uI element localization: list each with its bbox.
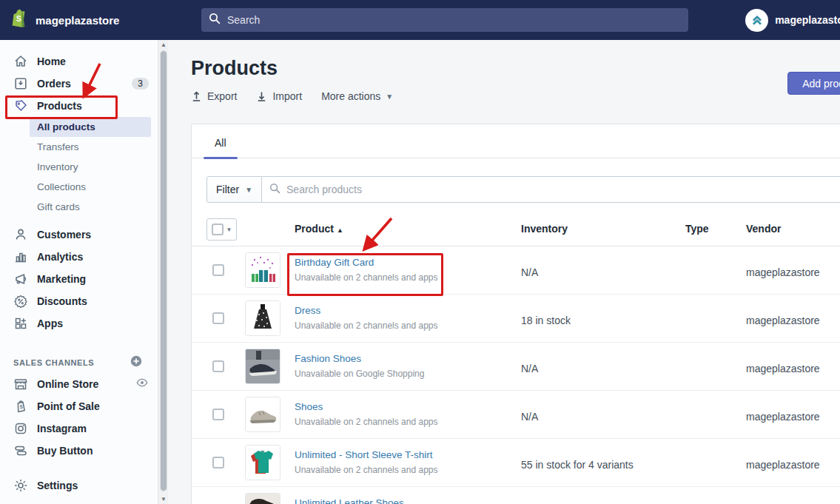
export-button[interactable]: Export xyxy=(191,90,237,102)
sidebar-subitem-transfers[interactable]: Transfers xyxy=(0,137,158,157)
search-products-input[interactable] xyxy=(286,184,840,195)
table-row[interactable]: Unlimited - Short Sleeve T-shirt Unavail… xyxy=(192,439,840,487)
sidebar-item-point-of-sale[interactable]: SPoint of Sale xyxy=(0,395,158,417)
more-actions-button[interactable]: More actions ▼ xyxy=(321,90,393,102)
sidebar-item-orders[interactable]: Orders3 xyxy=(0,73,158,95)
row-checkbox[interactable] xyxy=(212,457,224,468)
select-all-chevron-icon: ▼ xyxy=(226,226,232,233)
product-name-link[interactable]: Shoes xyxy=(295,401,323,412)
product-vendor: mageplazastore xyxy=(746,266,820,278)
sidebar-item-label: Point of Sale xyxy=(37,400,100,412)
settings-label: Settings xyxy=(37,480,78,491)
add-channel-plus-icon[interactable] xyxy=(130,355,143,371)
orders-icon xyxy=(13,76,28,91)
sidebar-item-discounts[interactable]: Discounts xyxy=(0,290,158,312)
gift-card-thumbnail xyxy=(245,252,280,288)
row-checkbox[interactable] xyxy=(212,312,224,324)
column-header-inventory[interactable]: Inventory xyxy=(521,223,568,235)
scrollbar-down-arrow-icon[interactable]: ▼ xyxy=(158,496,169,503)
instagram-icon xyxy=(13,421,28,436)
export-icon xyxy=(191,90,202,102)
product-vendor: mageplazastore xyxy=(746,363,820,374)
scrollbar-up-arrow-icon[interactable]: ▲ xyxy=(158,41,169,48)
select-all-dropdown[interactable]: ▼ xyxy=(206,218,237,241)
product-availability-status: Unavailable on 2 channels and apps xyxy=(295,320,437,331)
filter-button[interactable]: Filter ▼ xyxy=(206,176,262,203)
filter-label: Filter xyxy=(216,184,239,195)
product-inventory: 18 in stock xyxy=(521,315,571,326)
sidebar-item-marketing[interactable]: Marketing xyxy=(0,268,158,290)
table-row[interactable]: Fashion Shoes Unavailable on Google Shop… xyxy=(192,343,840,391)
page-actions: Export Import More actions ▼ xyxy=(191,90,393,102)
add-product-button[interactable]: Add product xyxy=(787,72,840,95)
main-content: Products Export Import More actions ▼ Ad… xyxy=(168,40,840,504)
sidebar-item-label: Discounts xyxy=(37,295,87,307)
sidebar-item-settings[interactable]: Settings xyxy=(0,474,158,497)
tab-all[interactable]: All xyxy=(204,137,238,158)
global-search[interactable] xyxy=(201,8,688,32)
row-checkbox[interactable] xyxy=(212,264,224,276)
import-button[interactable]: Import xyxy=(256,90,302,102)
discount-icon xyxy=(13,294,28,309)
row-checkbox[interactable] xyxy=(212,360,224,372)
table-row[interactable]: Dress Unavailable on 2 channels and apps… xyxy=(192,295,840,343)
table-row[interactable]: Birthday Gift Card Unavailable on 2 chan… xyxy=(192,246,840,295)
sidebar-item-label: Buy Button xyxy=(37,445,93,457)
sales-channels-label: SALES CHANNELS xyxy=(13,358,94,367)
sidebar-item-apps[interactable]: Apps xyxy=(0,312,158,335)
table-row[interactable]: Unlimited Leather Shoes xyxy=(192,487,840,504)
sidebar-settings-section: Settings xyxy=(0,474,158,497)
product-name-link[interactable]: Unlimited - Short Sleeve T-shirt xyxy=(295,449,433,460)
column-header-product[interactable]: Product▲ xyxy=(295,223,343,235)
product-name-link[interactable]: Unlimited Leather Shoes xyxy=(295,497,404,504)
svg-text:S: S xyxy=(19,404,23,409)
eye-icon[interactable] xyxy=(135,376,149,392)
chevron-down-icon: ▼ xyxy=(386,93,393,101)
orders-count-badge: 3 xyxy=(132,78,149,90)
sidebar-item-label: Home xyxy=(37,56,66,67)
sidebar-scrollbar[interactable]: ▲ ▼ xyxy=(158,40,168,504)
sidebar-item-label: Marketing xyxy=(37,273,86,285)
product-name-link[interactable]: Fashion Shoes xyxy=(295,353,361,364)
account-avatar xyxy=(745,9,768,32)
sales-channels-header: SALES CHANNELS xyxy=(0,352,158,373)
buy-button-icon xyxy=(13,443,28,458)
column-header-type[interactable]: Type xyxy=(685,223,709,235)
sidebar-item-products[interactable]: Products xyxy=(0,95,158,117)
sidebar-item-customers[interactable]: Customers xyxy=(0,224,158,246)
sidebar-subitem-collections[interactable]: Collections xyxy=(0,177,158,197)
shopify-admin-products-page: { "topbar": { "store_name": "mageplazast… xyxy=(0,0,840,504)
product-vendor: mageplazastore xyxy=(746,315,820,326)
scrollbar-thumb[interactable] xyxy=(160,50,167,491)
account-menu[interactable]: mageplazastore xyxy=(745,0,840,40)
product-availability-status: Unavailable on Google Shopping xyxy=(295,369,424,379)
product-inventory: 55 in stock for 4 variants xyxy=(521,459,634,471)
sidebar-item-analytics[interactable]: Analytics xyxy=(0,246,158,268)
export-label: Export xyxy=(207,90,237,102)
sidebar-subitem-all-products[interactable]: All products xyxy=(30,117,151,137)
select-all-checkbox[interactable] xyxy=(212,224,224,235)
sidebar-item-home[interactable]: Home xyxy=(0,50,158,73)
fashion-shoes-thumbnail xyxy=(245,349,280,384)
megaphone-icon xyxy=(13,272,28,286)
pos-bag-icon: S xyxy=(13,399,28,414)
table-row[interactable]: Shoes Unavailable on 2 channels and apps… xyxy=(192,391,840,439)
search-products-field[interactable] xyxy=(262,176,840,203)
sidebar-subitem-inventory[interactable]: Inventory xyxy=(0,157,158,177)
sidebar-item-buy-button[interactable]: Buy Button xyxy=(0,440,158,462)
sidebar-item-label: Instagram xyxy=(37,423,87,434)
shopify-logo-icon: S xyxy=(10,9,28,32)
store-brand[interactable]: S mageplazastore xyxy=(0,9,191,32)
product-availability-status: Unavailable on 2 channels and apps xyxy=(295,272,437,283)
product-name-link[interactable]: Birthday Gift Card xyxy=(295,257,374,268)
sidebar-subitem-gift-cards[interactable]: Gift cards xyxy=(0,197,158,217)
sidebar-item-instagram[interactable]: Instagram xyxy=(0,417,158,440)
sidebar-item-label: Analytics xyxy=(37,251,83,263)
product-name-link[interactable]: Dress xyxy=(295,305,320,316)
global-search-input[interactable] xyxy=(227,14,681,26)
dress-thumbnail xyxy=(245,300,280,336)
column-header-vendor[interactable]: Vendor xyxy=(746,223,781,235)
row-checkbox[interactable] xyxy=(212,409,224,420)
store-name: mageplazastore xyxy=(36,14,119,27)
sidebar-item-online-store[interactable]: Online Store xyxy=(0,373,158,395)
